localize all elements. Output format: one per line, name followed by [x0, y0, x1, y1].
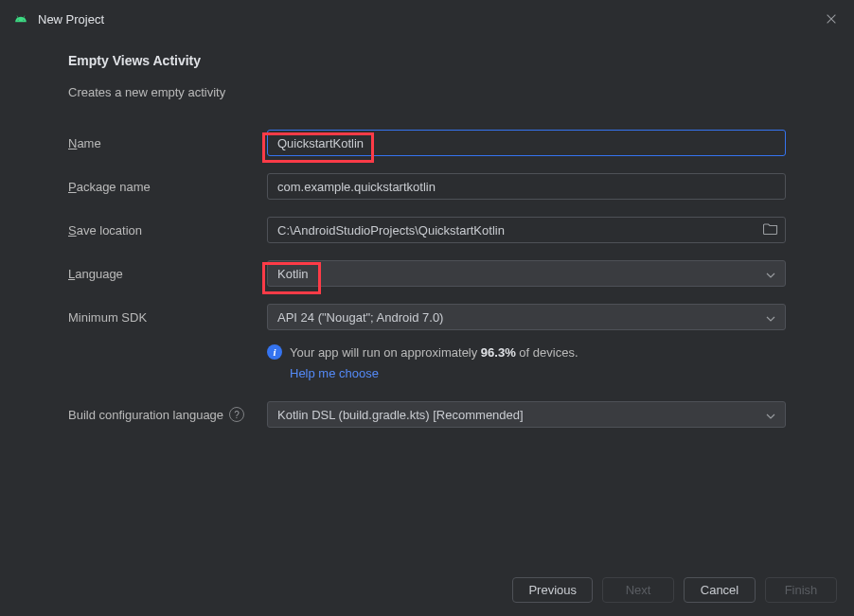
label-package: Package name [68, 180, 267, 194]
help-icon[interactable]: ? [229, 407, 244, 422]
help-me-choose-link[interactable]: Help me choose [290, 364, 578, 383]
build-config-value: Kotlin DSL (build.gradle.kts) [Recommend… [277, 408, 524, 422]
minimum-sdk-value: API 24 ("Nougat"; Android 7.0) [277, 310, 443, 325]
name-input[interactable] [267, 130, 786, 156]
package-input[interactable] [267, 173, 786, 200]
browse-folder-icon[interactable] [763, 222, 778, 238]
location-input[interactable] [267, 217, 786, 243]
previous-button[interactable]: Previous [512, 577, 593, 603]
chevron-down-icon [766, 408, 775, 422]
language-select[interactable]: Kotlin [267, 260, 786, 287]
page-title: Empty Views Activity [68, 53, 786, 68]
chevron-down-icon [766, 267, 775, 281]
label-save-location: Save location [68, 223, 267, 238]
label-language: Language [68, 267, 267, 281]
finish-button: Finish [765, 577, 837, 603]
cancel-button[interactable]: Cancel [684, 577, 756, 603]
info-icon: i [267, 344, 282, 360]
minimum-sdk-select[interactable]: API 24 ("Nougat"; Android 7.0) [267, 304, 786, 330]
device-coverage-text: Your app will run on approximately 96.3%… [290, 343, 578, 382]
next-button: Next [602, 577, 674, 603]
language-value: Kotlin [277, 267, 309, 281]
window-title: New Project [38, 12, 104, 26]
label-build-config: Build configuration language ? [68, 407, 267, 422]
chevron-down-icon [766, 310, 775, 325]
android-studio-icon [13, 11, 28, 26]
label-minimum-sdk: Minimum SDK [68, 310, 267, 325]
close-icon[interactable] [822, 9, 841, 28]
build-config-select[interactable]: Kotlin DSL (build.gradle.kts) [Recommend… [267, 401, 786, 428]
label-name: Name [68, 136, 267, 150]
page-subtitle: Creates a new empty activity [68, 85, 786, 99]
